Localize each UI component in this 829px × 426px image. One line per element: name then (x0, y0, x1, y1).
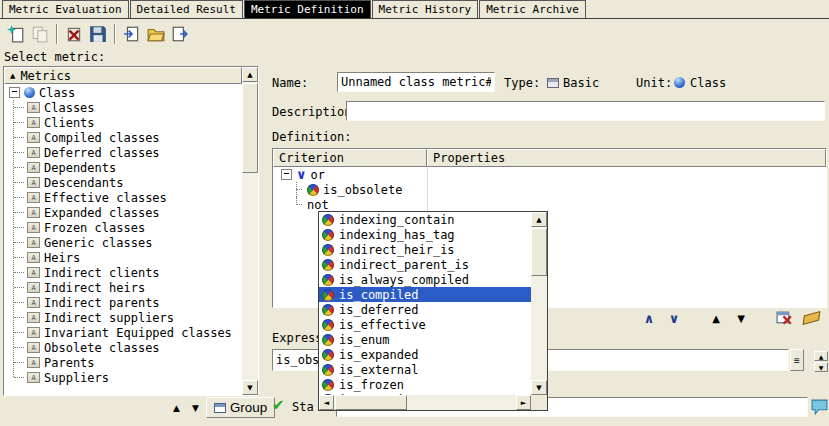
tree-item[interactable]: Clients (13, 115, 242, 130)
tree-item[interactable]: Indirect suppliers (13, 310, 242, 325)
scroll-right-button[interactable]: ► (516, 395, 531, 410)
comment-button[interactable] (810, 398, 828, 416)
scrollbar-corner (531, 395, 547, 410)
tree-item[interactable]: Indirect parents (13, 295, 242, 310)
tree-item[interactable]: Dependents (13, 160, 242, 175)
metrics-column-header[interactable]: ▲ Metrics (4, 67, 242, 84)
tree-item[interactable]: Heirs (13, 250, 242, 265)
metric-icon (27, 297, 40, 308)
tree-item-label: Effective classes (44, 191, 167, 205)
tree-root-label: Class (39, 86, 75, 100)
properties-column-header[interactable]: Properties (427, 149, 826, 167)
collapse-icon[interactable] (281, 169, 292, 180)
dropdown-item[interactable]: indexing_has_tag (319, 227, 531, 242)
move-criterion-up-button[interactable]: ▲ (707, 309, 725, 327)
scroll-up-button[interactable]: ▲ (531, 212, 547, 227)
tree-scrollbar[interactable]: ▲ ▼ (242, 67, 258, 395)
delete-metric-button[interactable] (62, 22, 86, 46)
tree-item-label: Indirect clients (44, 266, 160, 280)
tree-item-label: Indirect heirs (44, 281, 145, 295)
group-icon (214, 403, 226, 413)
description-input[interactable] (346, 101, 825, 121)
dropdown-vertical-scrollbar[interactable]: ▲ ▼ (531, 212, 547, 395)
dropdown-item[interactable]: is_always_compiled (319, 272, 531, 287)
metric-icon (27, 282, 40, 293)
dropdown-item[interactable]: indexing_contain (319, 212, 531, 227)
type-value: Basic (563, 76, 599, 90)
dropdown-horizontal-scrollbar[interactable]: ◄ ► (319, 395, 531, 410)
scroll-up-button[interactable]: ▲ (242, 67, 258, 82)
scrollbar-thumb[interactable] (242, 83, 258, 173)
export-metrics-button[interactable] (168, 22, 192, 46)
move-metric-down-button[interactable]: ▼ (187, 399, 204, 416)
tree-item-label: Descendants (44, 176, 123, 190)
tab[interactable]: Metric Archive (479, 0, 586, 18)
delete-criterion-button[interactable] (774, 309, 794, 327)
move-metric-up-button[interactable]: ▲ (168, 399, 185, 416)
and-operator-button[interactable]: ∧ (640, 309, 658, 327)
speech-bubble-icon (811, 399, 828, 415)
scroll-down-button[interactable]: ▼ (531, 380, 547, 395)
criterion-icon (322, 319, 334, 331)
scrollbar-thumb[interactable] (531, 228, 547, 276)
import-metrics-button[interactable] (120, 22, 144, 46)
new-metric-button[interactable] (4, 22, 28, 46)
tree-item[interactable]: Parents (13, 355, 242, 370)
tree-root-class[interactable]: Class (6, 85, 242, 100)
expand-expression-button[interactable]: ≡ (790, 349, 804, 371)
tree-item[interactable]: Expanded classes (13, 205, 242, 220)
tree-item[interactable]: Deferred classes (13, 145, 242, 160)
name-input[interactable] (337, 72, 495, 92)
lines-icon: ≡ (794, 355, 800, 366)
metric-icon (27, 342, 40, 353)
scrollbar-thumb[interactable] (335, 395, 407, 410)
criterion-row-not[interactable]: not (274, 197, 825, 212)
move-criterion-down-button[interactable]: ▼ (732, 309, 750, 327)
open-metrics-file-button[interactable] (144, 22, 168, 46)
dropdown-item[interactable]: is_external (319, 362, 531, 377)
dropdown-item[interactable]: is_expanded (319, 347, 531, 362)
spin-up-button[interactable]: ▲ (814, 351, 828, 361)
dropdown-item[interactable]: is_deferred (319, 302, 531, 317)
metric-icon (27, 267, 40, 278)
tree-item[interactable]: Compiled classes (13, 130, 242, 145)
basic-type-icon (547, 78, 559, 88)
tree-item[interactable]: Generic classes (13, 235, 242, 250)
criterion-icon (322, 289, 334, 301)
tab-label: Metric Definition (251, 3, 364, 16)
tree-item[interactable]: Indirect clients (13, 265, 242, 280)
tab[interactable]: Metric Definition (244, 0, 371, 18)
criterion-row-or[interactable]: ∨ or (274, 167, 825, 182)
or-operator-button[interactable]: ∨ (665, 309, 683, 327)
tree-item[interactable]: Obsolete classes (13, 340, 242, 355)
dropdown-item[interactable]: indirect_parent_is (319, 257, 531, 272)
tab[interactable]: Metric History (372, 0, 479, 18)
dropdown-item[interactable]: indirect_heir_is (319, 242, 531, 257)
criterion-row-is-obsolete[interactable]: is_obsolete (274, 182, 825, 197)
tab[interactable]: Metric Evaluation (2, 0, 129, 18)
copy-metric-button[interactable] (28, 22, 52, 46)
clear-criteria-button[interactable] (801, 309, 821, 327)
tree-item[interactable]: Invariant Equipped classes (13, 325, 242, 340)
tree-item[interactable]: Indirect heirs (13, 280, 242, 295)
tree-item[interactable]: Effective classes (13, 190, 242, 205)
collapse-icon[interactable] (9, 87, 20, 98)
scroll-down-button[interactable]: ▼ (242, 380, 258, 395)
scroll-left-button[interactable]: ◄ (319, 395, 334, 410)
tree-item[interactable]: Descendants (13, 175, 242, 190)
criterion-icon (322, 304, 334, 316)
criterion-column-header[interactable]: Criterion (273, 149, 427, 167)
dropdown-item[interactable]: is_enum (319, 332, 531, 347)
group-button[interactable]: Group (206, 397, 275, 418)
tree-item[interactable]: Classes (13, 100, 242, 115)
tab-label: Detailed Result (137, 3, 236, 16)
tree-item[interactable]: Frozen classes (13, 220, 242, 235)
tree-item-label: Indirect suppliers (44, 311, 174, 325)
dropdown-item[interactable]: is_frozen (319, 377, 531, 392)
save-metric-button[interactable] (86, 22, 110, 46)
dropdown-item[interactable]: is_effective (319, 317, 531, 332)
tree-item[interactable]: Suppliers (13, 370, 242, 385)
tab[interactable]: Detailed Result (130, 0, 243, 18)
spin-down-button[interactable]: ▼ (814, 362, 828, 372)
dropdown-item[interactable]: is_compiled (319, 287, 531, 302)
